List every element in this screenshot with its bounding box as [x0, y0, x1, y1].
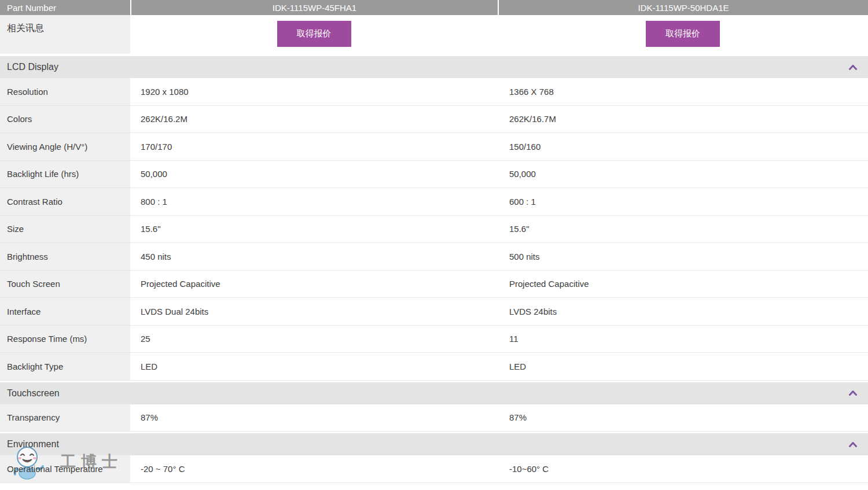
section-header-environment[interactable]: Environment [0, 433, 868, 455]
related-info-label: 相关讯息 [0, 15, 130, 54]
row-label: Backlight Life (hrs) [7, 169, 79, 179]
row-value-2: 50,000 [498, 161, 868, 189]
row-value-1: 15.6" [130, 216, 498, 244]
row-label: Brightness [7, 252, 48, 261]
row-value-1: 450 nits [130, 243, 498, 271]
table-row: Backlight Type LED LED [0, 353, 868, 381]
row-value-1: 50,000 [130, 161, 498, 189]
row-label: Resolution [7, 87, 48, 97]
table-row: Contrast Ratio 800 : 1 600 : 1 [0, 188, 868, 216]
row-label: Size [7, 224, 24, 234]
row-value-2: 1366 X 768 [498, 78, 868, 106]
section-title: LCD Display [7, 62, 58, 72]
table-row: Viewing Angle (H/V°) 170/170 150/160 [0, 133, 868, 161]
table-row: Backlight Life (hrs) 50,000 50,000 [0, 161, 868, 189]
table-row: Response Time (ms) 25 11 [0, 326, 868, 353]
row-value-2: 600 : 1 [498, 188, 868, 216]
row-value-2: Projected Capacitive [498, 271, 868, 299]
row-value-1: 87% [130, 404, 498, 432]
chevron-up-icon[interactable] [849, 442, 857, 447]
row-value-1: LVDS Dual 24bits [130, 298, 498, 326]
product-column-header-1: IDK-1115WP-45FHA1 [130, 0, 498, 15]
table-row: Colors 262K/16.2M 262K/16.7M [0, 106, 868, 134]
table-row: Operational Temperature -20 ~ 70° C -10~… [0, 455, 868, 483]
row-value-1: 262K/16.2M [130, 106, 498, 134]
row-value-2: 500 nits [498, 243, 868, 271]
table-row: Touch Screen Projected Capacitive Projec… [0, 271, 868, 299]
get-quote-button-product-2[interactable]: 取得报价 [646, 21, 720, 47]
row-value-2: 11 [498, 326, 868, 353]
table-row: Transparency 87% 87% [0, 404, 868, 432]
row-value-1: 800 : 1 [130, 188, 498, 216]
row-label: Operational Temperature [7, 464, 103, 474]
table-row: Resolution 1920 x 1080 1366 X 768 [0, 78, 868, 106]
row-label: Colors [7, 114, 32, 124]
section-title: Touchscreen [7, 388, 60, 399]
row-value-2: -10~60° C [498, 455, 868, 483]
part-number-header: Part Number [0, 3, 130, 13]
row-value-1: 170/170 [130, 133, 498, 161]
row-label: Backlight Type [7, 362, 63, 371]
row-value-2: 87% [498, 404, 868, 432]
section-title: Environment [7, 439, 59, 450]
section-header-touchscreen[interactable]: Touchscreen [0, 382, 868, 404]
row-value-2: 150/160 [498, 133, 868, 161]
chevron-up-icon[interactable] [849, 65, 857, 70]
get-quote-button-product-1[interactable]: 取得报价 [277, 21, 351, 47]
row-value-2: LED [498, 353, 868, 381]
row-value-2: 262K/16.7M [498, 106, 868, 134]
row-label: Transparency [7, 412, 60, 422]
row-label: Response Time (ms) [7, 334, 87, 344]
row-value-1: LED [130, 353, 498, 381]
chevron-up-icon[interactable] [849, 390, 857, 396]
row-value-1: -20 ~ 70° C [130, 455, 498, 483]
row-value-2: LVDS 24bits [498, 298, 868, 326]
table-row: Brightness 450 nits 500 nits [0, 243, 868, 271]
row-value-1: 1920 x 1080 [130, 78, 498, 106]
row-label: Viewing Angle (H/V°) [7, 142, 87, 152]
row-label: Contrast Ratio [7, 197, 62, 207]
table-header-row: Part Number IDK-1115WP-45FHA1 IDK-1115WP… [0, 0, 868, 15]
row-label: Touch Screen [7, 279, 60, 289]
spec-comparison-page: Part Number IDK-1115WP-45FHA1 IDK-1115WP… [0, 0, 868, 490]
table-row: Interface LVDS Dual 24bits LVDS 24bits [0, 298, 868, 326]
product-column-header-2: IDK-1115WP-50HDA1E [498, 0, 868, 15]
row-value-1: 25 [130, 326, 498, 353]
section-header-lcd-display[interactable]: LCD Display [0, 56, 868, 78]
row-label: Interface [7, 307, 41, 316]
related-info-row: 相关讯息 取得报价 取得报价 [0, 15, 868, 54]
table-row: Size 15.6" 15.6" [0, 216, 868, 244]
row-value-2: 15.6" [498, 216, 868, 244]
row-value-1: Projected Capacitive [130, 271, 498, 299]
